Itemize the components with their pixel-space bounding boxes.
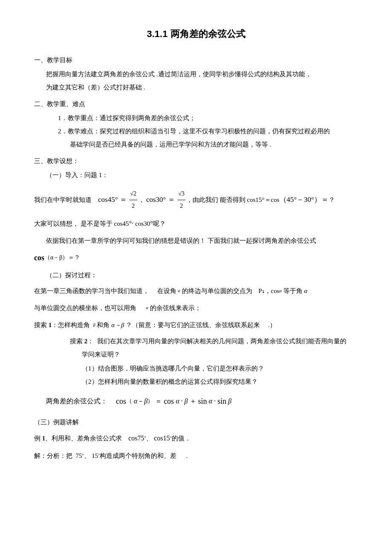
example-section-label: （三）例题讲解: [34, 417, 358, 428]
cos30-label: cos30° ＝: [146, 193, 175, 207]
wrong-line: 依据我们在第一章所学的学问可知我们的猜想是错误的！ 下面我们就一起探讨两角差的余…: [46, 235, 358, 247]
section2-title: 二、教学重、难点: [34, 98, 358, 110]
cos45-line: 我们在中学时就知道 cos45° ＝ √2 2 ， cos30° ＝ √3 2 …: [34, 188, 358, 212]
section1-p2: 为建立其它和（差）公式打好基础 .: [46, 82, 358, 93]
section2-p3: 基础学问是否已经具备的问题，运用已学学问和方法的才能问题，等等 .: [70, 139, 358, 150]
alpha-sub1: α: [178, 287, 180, 295]
q2-line: （2）怎样利用向量的数量积的概念的运算公式得到探究结果？: [82, 376, 358, 388]
q1-line: （1）结合图形，明确应当挑选哪几个向量，它们是怎样表示的？: [82, 363, 358, 374]
sqrt2-frac: √2 2: [129, 188, 137, 212]
section2-p2: 2．教学难点：探究过程的组织和适当引导，这里不仅有学习积极性的问题，仍有探究过程…: [58, 126, 358, 137]
section3-title: 三、教学设想：: [34, 155, 358, 167]
search1-line: 摸索 1：怎样构造角 β 和角 α－β ？（留意：要与它们的正弦线、余弦线联系起…: [34, 319, 358, 331]
section1-p1: 把握用向量方法建立两角差的余弦公式 .通过简洁运用，使同学初步懂得公式的结构及其…: [46, 69, 358, 80]
sqrt3-frac: √3 2: [177, 188, 185, 212]
section2-p1: 1．教学重点：通过探究得到两角差的余弦公式；: [58, 112, 358, 124]
solution-line: 解：分析：把 75 ° 、 15 ° 构造成两个特别角的和、差 .: [34, 449, 358, 462]
cos-alpha-beta: cos （α－β）＝？: [34, 250, 358, 265]
guess-line: 大家可以猜想， 是不是等于 cos45 °· cos30 ° 呢？: [34, 216, 358, 231]
alpha-label1: α: [304, 285, 308, 297]
page-title: 3.1.1 两角差的余弦公式: [34, 26, 358, 43]
search2-line: 摸索 2： 我们在其次章学习用向量的学问解决相关的几何问题，两角差余弦公式我们能…: [70, 336, 358, 347]
search2-line2: 学问来证明？: [82, 349, 358, 360]
cos-45-30: （45°－30°）＝: [280, 193, 329, 207]
explore-p1: 在第一章三角函数的学习当中我们知道， 在设角 α 的终边与单位圆的交点为 P₁，…: [34, 285, 358, 297]
cos45-label: cos45° ＝: [98, 193, 127, 207]
comma1: ，: [138, 193, 144, 206]
formula-line: 两角差的余弦公式： cos （ α － β ） ＝ cos α · β ＋ si…: [46, 394, 358, 409]
explore-p2: 与单位圆交点的横坐标，也可以用角 α 的余弦线来表示；: [34, 302, 358, 314]
section1-title: 一、教学目标: [34, 55, 358, 66]
derive-text: ，由此我们 能否得到 cos15°＝cos: [186, 193, 280, 206]
example1-line: 例 1、利用和、差角余弦公式求 cos75 ° 、 cos15 ° 的值．: [34, 431, 358, 445]
intro-label: （一）导入：问题 1：: [46, 170, 358, 181]
cos45-text: 我们在中学时就知道: [34, 193, 92, 206]
question-mark: ？: [329, 193, 335, 206]
explore-label: （二）探讨过程：: [46, 270, 358, 281]
